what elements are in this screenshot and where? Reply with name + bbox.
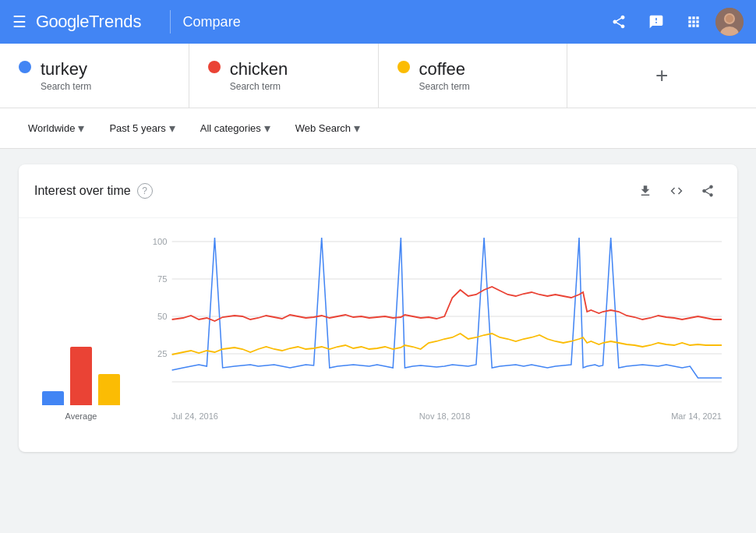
apps-icon [686,14,701,30]
x-label-2: Nov 18, 2018 [419,411,470,421]
feedback-icon [648,14,664,30]
add-icon: + [655,63,668,88]
chicken-dot [208,61,221,73]
app-header: ☰ Google Trends Compare [0,0,756,44]
interest-over-time-card: Interest over time ? [19,164,737,452]
chart-area: Average 100 75 50 25 [19,218,737,452]
line-chart-svg: 100 75 50 25 [143,234,722,405]
svg-text:100: 100 [153,237,168,246]
google-wordmark: Google [36,12,89,32]
avatar-image [715,8,744,36]
filters-bar: Worldwide ▾ Past 5 years ▾ All categorie… [0,108,756,149]
turkey-content: turkey Search term [41,59,91,92]
category-chevron-icon: ▾ [264,121,270,136]
search-terms-bar: turkey Search term chicken Search term c… [0,44,756,108]
time-filter[interactable]: Past 5 years ▾ [100,115,184,142]
embed-icon [669,184,684,198]
location-filter-label: Worldwide [28,122,75,134]
header-divider [170,10,171,34]
chicken-content: chicken Search term [230,59,288,92]
add-search-term-button[interactable]: + [567,44,756,108]
search-type-filter[interactable]: Web Search ▾ [286,115,369,142]
location-filter[interactable]: Worldwide ▾ [19,115,94,142]
chicken-label: Search term [230,81,288,92]
svg-text:25: 25 [157,349,167,358]
share-chart-button[interactable] [694,177,722,205]
main-content: Interest over time ? [0,149,756,468]
time-filter-label: Past 5 years [109,122,165,134]
chart-main: 100 75 50 25 Jul 24, 2016 Nov 18, 2018 M… [143,234,737,421]
bar-chicken [70,347,92,405]
share-chart-icon [701,184,715,198]
coffee-label: Search term [419,81,470,92]
trends-wordmark: Trends [89,12,142,32]
category-filter[interactable]: All categories ▾ [191,115,280,142]
help-icon[interactable]: ? [137,183,153,199]
time-chevron-icon: ▾ [169,121,175,136]
share-button[interactable] [603,6,634,37]
search-term-turkey[interactable]: turkey Search term [0,44,189,108]
turkey-name: turkey [41,59,91,79]
chicken-name: chicken [230,59,288,79]
average-bar-chart [42,327,120,405]
card-actions [631,177,722,205]
apps-button[interactable] [678,6,709,37]
download-icon [638,184,652,198]
bar-coffee [98,374,120,405]
x-label-3: Mar 14, 2021 [671,411,722,421]
bar-turkey [42,391,64,405]
coffee-dot [397,61,410,73]
average-label: Average [65,411,97,421]
turkey-dot [19,61,31,73]
category-filter-label: All categories [200,122,261,134]
card-header: Interest over time ? [19,164,737,218]
avatar[interactable] [715,8,744,36]
svg-text:75: 75 [157,274,167,284]
page-title: Compare [183,14,603,30]
header-actions [603,6,744,37]
card-title-group: Interest over time ? [34,183,153,199]
feedback-button[interactable] [641,6,672,37]
header-logo: Google Trends [36,12,142,32]
coffee-name: coffee [419,59,470,79]
turkey-label: Search term [41,81,91,92]
search-term-coffee[interactable]: coffee Search term [379,44,568,108]
menu-icon[interactable]: ☰ [12,12,26,31]
search-type-filter-label: Web Search [295,122,351,134]
chart-legend-area: Average [19,234,143,421]
location-chevron-icon: ▾ [78,121,84,136]
card-title: Interest over time [34,184,131,198]
x-axis-labels: Jul 24, 2016 Nov 18, 2018 Mar 14, 2021 [143,411,722,421]
search-term-chicken[interactable]: chicken Search term [189,44,379,108]
embed-button[interactable] [662,177,691,205]
svg-point-3 [726,15,733,23]
share-icon [611,14,627,30]
search-type-chevron-icon: ▾ [354,121,360,136]
coffee-content: coffee Search term [419,59,470,92]
svg-text:50: 50 [157,312,167,321]
download-button[interactable] [631,177,659,205]
x-label-1: Jul 24, 2016 [171,411,218,421]
